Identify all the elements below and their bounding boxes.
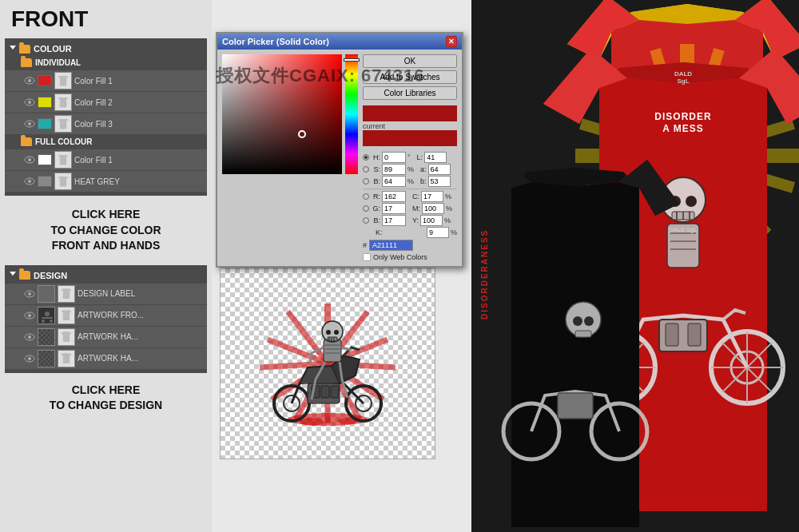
click-instruction-design: CLICK HERETO CHANGE DESIGN (0, 376, 212, 420)
layer-name-d4: ARTWORK HA... (78, 354, 204, 363)
b2-input[interactable] (382, 215, 406, 226)
color-swatch-yellow-2 (38, 97, 52, 108)
motorcycle-skeleton-art (248, 296, 407, 431)
hue-slider (344, 58, 360, 62)
b2-radio[interactable] (363, 217, 369, 224)
layer-row-design-label[interactable]: DESIGN LABEL (5, 284, 207, 304)
dialog-body: OK Add to Swatches Color Libraries curre… (217, 50, 462, 266)
visibility-eye-icon-d1[interactable] (24, 290, 35, 298)
g-input[interactable] (382, 203, 406, 214)
layer-thumb-shirt-2 (54, 93, 72, 111)
color-picker-dialog: Color Picker (Solid Color) ✕ OK Add to S… (216, 32, 463, 268)
layer-thumb-shirt-d4 (58, 350, 75, 367)
k-input[interactable] (427, 227, 449, 238)
r-input-row: R: C: % (363, 191, 457, 202)
hex-input[interactable] (369, 240, 413, 251)
layer-row-color-fill-1[interactable]: Color Fill 1 (5, 70, 207, 91)
individual-subgroup-header[interactable]: INDIVIDUAL (5, 56, 207, 69)
bright-radio[interactable] (363, 178, 369, 185)
c-input[interactable] (421, 191, 443, 202)
svg-point-15 (45, 312, 50, 316)
r-input[interactable] (382, 191, 406, 202)
color-gradient-picker[interactable] (222, 54, 342, 174)
layer-row-full-color-1[interactable]: Color Fill 1 (5, 149, 207, 170)
svg-rect-45 (331, 386, 339, 398)
only-web-label: Only Web Colors (373, 253, 427, 261)
layer-thumb-shirt-1 (54, 72, 72, 89)
y-input[interactable] (420, 215, 443, 226)
only-web-colors-row: Only Web Colors (363, 253, 457, 261)
layer-name-3: Color Fill 3 (74, 120, 204, 129)
layer-thumb-shirt-3 (54, 115, 72, 133)
design-group-header[interactable]: DESIGN (5, 268, 207, 283)
full-colour-subgroup-header[interactable]: FULL COLOUR (5, 135, 207, 149)
folder-icon-colour (19, 45, 30, 54)
dialog-buttons: OK Add to Swatches Color Libraries (363, 54, 457, 100)
visibility-eye-icon-2[interactable] (24, 98, 35, 106)
l-input[interactable] (424, 152, 447, 163)
color-swatch-grey-5 (38, 176, 52, 187)
sat-radio[interactable] (363, 166, 369, 173)
bright-input[interactable] (382, 176, 406, 187)
y-unit: % (444, 216, 451, 224)
only-web-checkbox[interactable] (363, 253, 371, 261)
svg-point-22 (28, 357, 31, 360)
colour-layers-panel: COLOUR INDIVIDUAL Color Fill 1 Color Fil… (5, 38, 207, 196)
full-colour-group-label: FULL COLOUR (35, 137, 92, 146)
visibility-eye-icon-d2[interactable] (24, 312, 35, 320)
dialog-close-button[interactable]: ✕ (446, 36, 457, 47)
design-preview-area (220, 268, 435, 459)
colour-group-header[interactable]: COLOUR (5, 42, 207, 56)
svg-point-17 (42, 320, 45, 323)
layer-row-color-fill-3[interactable]: Color Fill 3 (5, 113, 207, 134)
svg-rect-98 (558, 393, 593, 419)
svg-point-67 (686, 196, 697, 207)
visibility-eye-icon-d4[interactable] (24, 355, 35, 363)
g-label: G: (371, 204, 380, 212)
hash-symbol: # (363, 241, 367, 249)
layer-row-artwork-hand-1[interactable]: ARTWORK HA... (5, 327, 207, 347)
g-radio[interactable] (363, 205, 369, 212)
sat-label: S: (371, 165, 380, 173)
color-swatch-white-4 (38, 154, 52, 165)
add-to-swatches-button[interactable]: Add to Swatches (363, 70, 457, 84)
layer-thumb-shirt-5 (54, 173, 72, 190)
visibility-eye-icon-1[interactable] (24, 77, 35, 85)
layer-thumb-artwork-hand-2 (38, 350, 55, 367)
hue-radio[interactable] (363, 154, 369, 161)
svg-point-20 (28, 335, 31, 339)
bright-label: B: (371, 177, 380, 185)
b2-label: B: (371, 216, 380, 224)
layer-row-artwork-front[interactable]: ARTWORK FRO... (5, 305, 207, 326)
hue-bar[interactable] (345, 54, 358, 174)
visibility-eye-icon-d3[interactable] (24, 333, 35, 341)
sat-input[interactable] (382, 164, 406, 175)
hue-input[interactable] (382, 152, 406, 163)
layer-row-color-fill-2[interactable]: Color Fill 2 (5, 92, 207, 113)
a-input[interactable] (428, 164, 451, 175)
layer-row-artwork-hand-2[interactable]: ARTWORK HA... (5, 348, 207, 369)
r-radio[interactable] (363, 193, 369, 200)
color-preview-current (363, 130, 457, 146)
current-label: current (363, 122, 457, 130)
color-libraries-button[interactable]: Color Libraries (363, 86, 457, 100)
svg-point-7 (28, 158, 31, 161)
left-panel: FRONT COLOUR INDIVIDUAL Color Fill 1 Col… (0, 0, 212, 532)
hue-input-row: H: ° L: (363, 152, 457, 163)
design-group-label: DESIGN (34, 271, 67, 280)
hex-row: # (363, 240, 457, 251)
m-input[interactable] (422, 203, 444, 214)
visibility-eye-icon-3[interactable] (24, 120, 35, 128)
hue-label: H: (371, 153, 380, 161)
layer-row-heat-grey[interactable]: HEAT GREY (5, 171, 207, 192)
svg-point-3 (28, 101, 31, 104)
layer-thumb-shirt-d3 (58, 328, 75, 346)
svg-point-9 (28, 180, 31, 183)
visibility-eye-icon-4[interactable] (24, 156, 35, 164)
click-instruction-color-text: CLICK HERETO CHANGE COLORFRONT AND HANDS (50, 208, 161, 252)
b3-input[interactable] (428, 176, 451, 187)
a-label: a: (420, 165, 427, 173)
ok-button[interactable]: OK (363, 54, 457, 68)
visibility-eye-icon-5[interactable] (24, 177, 35, 185)
svg-rect-44 (321, 386, 329, 398)
